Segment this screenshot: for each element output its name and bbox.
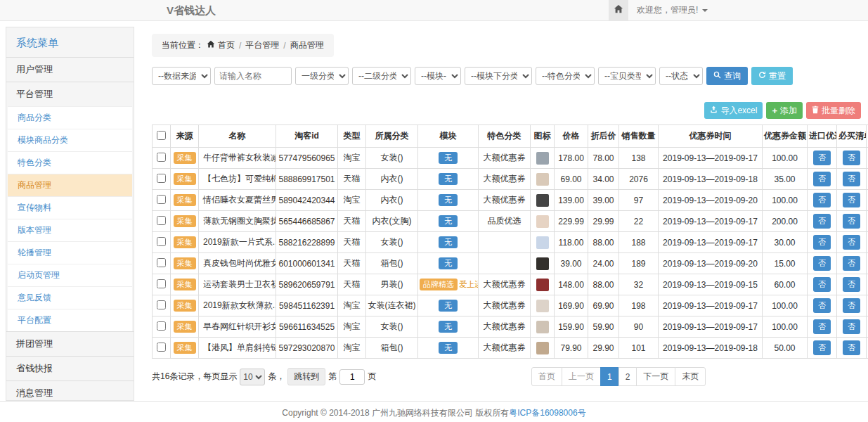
select-all-checkbox[interactable] xyxy=(157,131,166,140)
module-select[interactable]: --模块-- xyxy=(415,67,461,85)
must-buy-toggle[interactable]: 否 xyxy=(843,256,860,271)
import-select-toggle[interactable]: 否 xyxy=(813,298,831,313)
row-checkbox[interactable] xyxy=(157,300,166,309)
sidebar-item[interactable]: 用户管理 xyxy=(6,57,134,82)
feature-select[interactable]: --特色分类-- xyxy=(536,67,595,85)
level2-select[interactable]: --二级分类-- xyxy=(352,67,411,85)
sales-count: 101 xyxy=(619,338,659,359)
status-select[interactable]: --状态-- xyxy=(659,67,703,85)
breadcrumb-separator: / xyxy=(238,41,242,51)
import-select-toggle[interactable]: 否 xyxy=(813,277,831,292)
row-checkbox[interactable] xyxy=(157,216,166,225)
sidebar-item[interactable]: 商品管理 xyxy=(8,174,132,196)
import-select-toggle[interactable]: 否 xyxy=(813,214,831,229)
import-select-toggle[interactable]: 否 xyxy=(813,193,831,207)
product-image xyxy=(536,342,549,354)
row-checkbox[interactable] xyxy=(157,174,166,183)
must-buy-toggle[interactable]: 否 xyxy=(843,235,860,250)
home-button[interactable] xyxy=(609,0,628,20)
table-row: 采集2019新款女秋薄款...598451162391淘宝女装(连衣裙)无大额优… xyxy=(153,295,868,316)
user-menu[interactable]: 欢迎您，管理员! xyxy=(628,0,716,20)
import-select-toggle[interactable]: 否 xyxy=(813,151,831,165)
products-table: 来源名称淘客id类型所属分类模块特色分类图标价格折后价销售数量优惠券时间优惠券金… xyxy=(152,124,868,359)
row-checkbox[interactable] xyxy=(157,195,166,204)
page-button[interactable]: 下一页 xyxy=(636,367,675,386)
page-button[interactable]: 1 xyxy=(600,367,619,386)
must-buy-toggle[interactable]: 否 xyxy=(843,193,860,207)
must-buy-toggle[interactable]: 否 xyxy=(843,340,860,355)
row-checkbox[interactable] xyxy=(157,343,166,352)
feature-category: 大额优惠券 xyxy=(479,169,531,190)
add-button[interactable]: + 添加 xyxy=(766,102,803,119)
page-button[interactable]: 末页 xyxy=(675,367,706,386)
feature-category: 大额优惠券 xyxy=(479,148,531,169)
category: 女装() xyxy=(366,316,418,338)
sidebar-item[interactable]: 消息管理 xyxy=(6,381,134,401)
jump-page-input[interactable] xyxy=(339,369,365,385)
level1-select[interactable]: 一级分类 xyxy=(295,67,349,85)
import-select-toggle[interactable]: 否 xyxy=(813,235,831,250)
product-name: 运动套装男士卫衣初秋... xyxy=(199,274,276,295)
module-cell: 无 xyxy=(418,190,479,211)
sidebar-item[interactable]: 意见反馈 xyxy=(8,286,132,309)
sidebar-item[interactable]: 启动页管理 xyxy=(8,264,132,286)
module-sub-select[interactable]: --模块下分类-- xyxy=(465,67,532,85)
module-cell: 无 xyxy=(418,338,479,359)
discount-price: 88.00 xyxy=(588,274,619,295)
sales-count: 198 xyxy=(619,295,659,316)
price: 69.00 xyxy=(555,169,588,190)
coupon-time: 2019-09-13—2019-09-17 xyxy=(659,148,763,169)
name-input[interactable] xyxy=(214,67,292,85)
source-select[interactable]: --数据来源-- xyxy=(152,67,211,85)
must-buy-toggle[interactable]: 否 xyxy=(843,151,860,165)
must-buy-toggle[interactable]: 否 xyxy=(843,298,860,313)
row-checkbox[interactable] xyxy=(157,321,166,331)
sidebar-item[interactable]: 特色分类 xyxy=(8,151,132,174)
search-button[interactable]: 查询 xyxy=(706,67,748,85)
sales-count: 189 xyxy=(619,253,659,274)
sidebar-item[interactable]: 模块商品分类 xyxy=(8,129,132,151)
row-checkbox[interactable] xyxy=(157,258,166,267)
must-buy-toggle[interactable]: 否 xyxy=(843,214,860,229)
pager-summary: 共16条记录，每页显示 10 条， 跳转到 第 页 xyxy=(152,368,376,385)
coupon-amount: 15.00 xyxy=(763,253,808,274)
sidebar-item[interactable]: 宣传物料 xyxy=(8,196,132,219)
column-header: 价格 xyxy=(555,125,588,148)
reset-button[interactable]: 重置 xyxy=(751,67,793,85)
product-name: 早春网红针织开衫女春... xyxy=(199,316,276,338)
sidebar-item[interactable]: 平台管理 xyxy=(6,82,134,106)
product-type: 淘宝 xyxy=(338,295,366,316)
must-buy-toggle[interactable]: 否 xyxy=(843,319,860,334)
import-select-toggle[interactable]: 否 xyxy=(813,256,831,271)
sidebar-item[interactable]: 平台配置 xyxy=(8,309,132,331)
import-select-toggle[interactable]: 否 xyxy=(813,172,831,186)
sidebar-item[interactable]: 省钱快报 xyxy=(6,356,134,381)
page-button[interactable]: 2 xyxy=(618,367,637,386)
import-select-toggle[interactable]: 否 xyxy=(813,319,831,334)
icon-cell xyxy=(531,316,555,338)
per-page-select[interactable]: 10 xyxy=(240,369,265,385)
sidebar-item[interactable]: 版本管理 xyxy=(8,219,132,241)
page-button[interactable]: 上一页 xyxy=(562,367,601,386)
taoke-id: 588869917501 xyxy=(276,169,338,190)
batch-delete-button[interactable]: 批量删除 xyxy=(806,102,861,119)
must-buy-toggle[interactable]: 否 xyxy=(843,277,860,292)
import-select-toggle[interactable]: 否 xyxy=(813,340,831,355)
item-type-select[interactable]: --宝贝类型-- xyxy=(598,67,656,85)
icp-link[interactable]: 粤ICP备16098006号 xyxy=(509,408,585,418)
jump-button[interactable]: 跳转到 xyxy=(287,368,325,385)
breadcrumb-home[interactable]: 首页 xyxy=(218,39,235,51)
product-name: 牛仔背带裤女秋装减龄... xyxy=(199,148,276,169)
sidebar-item[interactable]: 轮播管理 xyxy=(8,241,132,264)
page-button[interactable]: 首页 xyxy=(531,367,562,386)
coupon-time: 2019-09-13—2019-09-17 xyxy=(659,316,763,338)
column-header: 图标 xyxy=(531,125,555,148)
must-buy-toggle[interactable]: 否 xyxy=(843,172,860,186)
source-badge: 采集 xyxy=(174,215,196,227)
row-checkbox[interactable] xyxy=(157,153,166,162)
sidebar-item[interactable]: 商品分类 xyxy=(8,106,132,129)
sidebar-item[interactable]: 拼团管理 xyxy=(6,331,134,356)
import-excel-button[interactable]: 导入excel xyxy=(704,102,763,119)
row-checkbox[interactable] xyxy=(157,237,166,246)
row-checkbox[interactable] xyxy=(157,279,166,288)
